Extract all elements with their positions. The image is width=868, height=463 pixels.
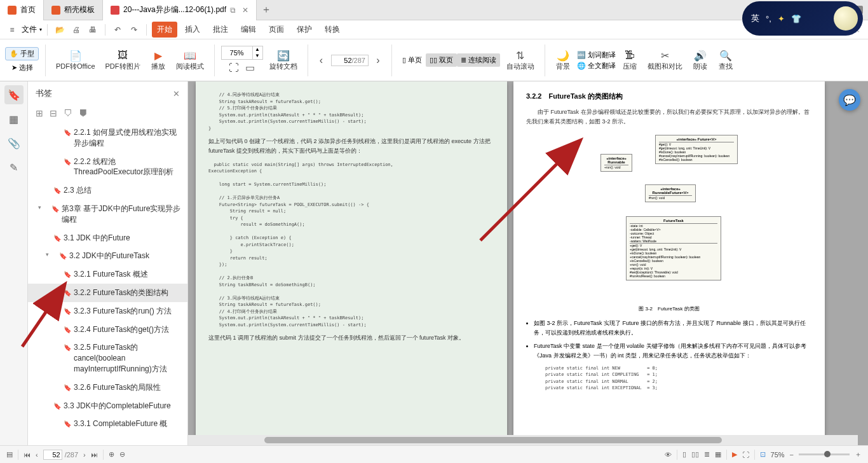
menu-start[interactable]: 开始 <box>152 22 177 38</box>
bm-tool4-icon[interactable]: ⛊ <box>79 108 88 118</box>
zoom-in-icon[interactable]: ＋ <box>855 450 862 459</box>
full-translate-button[interactable]: 🌐全文翻译 <box>577 61 616 71</box>
save-icon[interactable]: 🖨 <box>69 23 83 37</box>
fullscreen-icon[interactable]: ⛶ <box>742 451 749 459</box>
menu-insert[interactable]: 插入 <box>180 22 205 38</box>
bm-tool3-icon[interactable]: ⛉ <box>64 108 72 118</box>
tab-home[interactable]: 首页 <box>0 0 44 20</box>
tshirt-icon: 👕 <box>791 14 801 24</box>
bookmark-item[interactable]: 🔖3.2.5 FutureTask的cancel(boolean mayInte… <box>28 338 187 378</box>
read-mode-button[interactable]: 📖阅读模式 <box>172 48 208 73</box>
scrollbar-thumb[interactable] <box>264 437 722 443</box>
zoom-input[interactable] <box>222 49 252 57</box>
print-icon[interactable]: 🖶 <box>86 23 100 37</box>
fit-page-icon[interactable]: ▭ <box>243 61 257 75</box>
tab-close-icon[interactable]: ✕ <box>242 6 248 15</box>
view-grid-icon[interactable]: ▦ <box>715 450 721 459</box>
extract-page-icon[interactable]: ⊖ <box>119 450 125 459</box>
thumbnail-tab-icon[interactable]: ▦ <box>4 109 24 128</box>
first-page-icon[interactable]: ⏮ <box>24 451 31 459</box>
tab-popout-icon[interactable]: ⧉ <box>230 6 236 15</box>
bookmark-item[interactable]: 🔖2.2.1 如何显式使用线程池实现异步编程 <box>28 123 187 153</box>
read-aloud-button[interactable]: 🔊朗读 <box>689 48 712 73</box>
tab-template[interactable]: 稻壳模板 <box>44 0 103 20</box>
bookmark-item[interactable]: 🔖2.3 总结 <box>28 181 187 200</box>
view-single-icon[interactable]: ▯ <box>682 450 686 459</box>
autoscroll-button[interactable]: ⇅自动滚动 <box>503 48 538 73</box>
screenshot-button[interactable]: ✂截图和对比 <box>644 48 686 73</box>
prev-page-icon[interactable]: ‹ <box>315 53 329 67</box>
prev-page-icon[interactable]: ‹ <box>36 451 38 459</box>
menu-protect[interactable]: 保护 <box>292 22 317 38</box>
zoom-out-icon[interactable]: − <box>790 451 794 459</box>
bookmark-item[interactable]: ▾🔖第3章 基于JDK中的Future实现异步编程 <box>28 200 187 229</box>
close-panel-icon[interactable]: ✕ <box>173 89 180 99</box>
zoom-slider[interactable] <box>799 453 850 455</box>
status-page-input[interactable]: /287 <box>43 450 78 460</box>
attachment-tab-icon[interactable]: 📎 <box>4 134 24 153</box>
play-button[interactable]: ▶播放 <box>147 48 170 73</box>
hamburger-icon[interactable]: ≡ <box>5 23 19 37</box>
horizontal-scrollbar[interactable] <box>188 435 858 445</box>
play-status-icon[interactable]: ▶ <box>732 450 737 459</box>
moon-icon: 🌙 <box>557 49 569 62</box>
hand-tool-button[interactable]: ✋手型 <box>5 47 39 60</box>
menu-convert[interactable]: 转换 <box>320 22 345 38</box>
find-button[interactable]: 🔍查找 <box>714 48 737 73</box>
bookmark-item[interactable]: 🔖3.2.2 FutureTask的类图结构 <box>28 284 187 302</box>
word-translate-button[interactable]: 🔤划词翻译 <box>577 50 616 60</box>
bookmark-item[interactable]: 🔖3.1 JDK 中的Future <box>28 229 187 247</box>
add-page-icon[interactable]: ⊕ <box>109 450 114 459</box>
pdf-to-image-button[interactable]: 🖼PDF转图片 <box>102 48 144 73</box>
undo-icon[interactable]: ↶ <box>111 23 125 37</box>
view-double-icon[interactable]: ▯▯ <box>691 450 699 459</box>
bookmark-item[interactable]: ▾🔖3.2 JDK中的FutureTask <box>28 247 187 265</box>
moon-character-icon <box>834 6 858 31</box>
single-page-button[interactable]: ▯单页 <box>398 53 426 67</box>
rotate-button[interactable]: 🔄旋转文档 <box>266 48 301 73</box>
bm-tool2-icon[interactable]: ⊟ <box>50 108 57 118</box>
bm-tool1-icon[interactable]: ⊞ <box>36 108 43 118</box>
tab-add-button[interactable]: ＋ <box>257 3 276 17</box>
bookmark-item[interactable]: 🔖3.3 JDK中的CompletableFuture <box>28 397 187 415</box>
page-input[interactable] <box>334 57 352 64</box>
menu-page[interactable]: 页面 <box>264 22 289 38</box>
page-input-box[interactable]: /287 <box>331 55 369 66</box>
last-page-icon[interactable]: ⏭ <box>91 451 98 459</box>
menu-annotate[interactable]: 批注 <box>208 22 233 38</box>
next-page-icon[interactable]: › <box>371 53 385 67</box>
zoom-combo[interactable]: ▲▼ <box>221 46 263 60</box>
pdf-to-office-button[interactable]: 📄PDF转Office <box>52 48 99 73</box>
bookmark-tab-icon[interactable]: 🔖 <box>4 85 24 104</box>
zoom-down-icon[interactable]: ▼ <box>252 53 262 59</box>
bookmark-item[interactable]: 🔖2.2.2 线程池ThreadPoolExecutor原理剖析 <box>28 153 187 182</box>
bookmark-item[interactable]: 🔖3.3.1 CompletableFuture 概 <box>28 415 187 433</box>
layout-icon[interactable]: ▤ <box>6 450 13 459</box>
bookmark-item[interactable]: 🔖3.2.1 FutureTask 概述 <box>28 265 187 284</box>
eye-icon[interactable]: 👁 <box>665 451 672 459</box>
open-icon[interactable]: 📂 <box>53 23 67 37</box>
menu-edit[interactable]: 编辑 <box>236 22 261 38</box>
fit-icon[interactable]: ⊡ <box>760 450 766 459</box>
redo-icon[interactable]: ↷ <box>127 23 141 37</box>
ime-comma-icon: °, <box>766 14 771 24</box>
continuous-button[interactable]: ≣连续阅读 <box>457 53 500 67</box>
bookmark-item[interactable]: 🔖3.2.3 FutureTask的run() 方法 <box>28 302 187 321</box>
file-menu[interactable]: 文件 ▾ <box>22 24 42 35</box>
document-viewport[interactable]: // 4.同步等待线程A运行结束 String taskAResult = fu… <box>188 81 868 445</box>
bookmark-item[interactable]: 🔖3.2.4 FutureTask的get()方法 <box>28 321 187 339</box>
annotation-tab-icon[interactable]: ✎ <box>4 158 24 177</box>
slider-thumb[interactable] <box>824 451 831 457</box>
bookmark-item[interactable]: 🔖3.2.6 FutureTask的局限性 <box>28 378 187 397</box>
zoom-up-icon[interactable]: ▲ <box>252 46 262 53</box>
view-continuous-icon[interactable]: ≣ <box>704 450 710 459</box>
double-page-button[interactable]: ▯▯双页 <box>426 53 457 67</box>
background-button[interactable]: 🌙背景 <box>552 48 574 73</box>
fit-width-icon[interactable]: ⛶ <box>227 61 241 75</box>
compress-button[interactable]: 🗜压缩 <box>618 48 641 73</box>
bookmark-label: 3.2.6 FutureTask的局限性 <box>74 382 161 393</box>
tab-file[interactable]: 20---Java异步编...12-06(1).pdf ⧉ ✕ <box>103 0 257 20</box>
floating-translate-button[interactable]: 💬 <box>839 89 860 111</box>
next-page-icon[interactable]: › <box>83 451 86 459</box>
select-tool-button[interactable]: ➤选择 <box>8 62 37 74</box>
